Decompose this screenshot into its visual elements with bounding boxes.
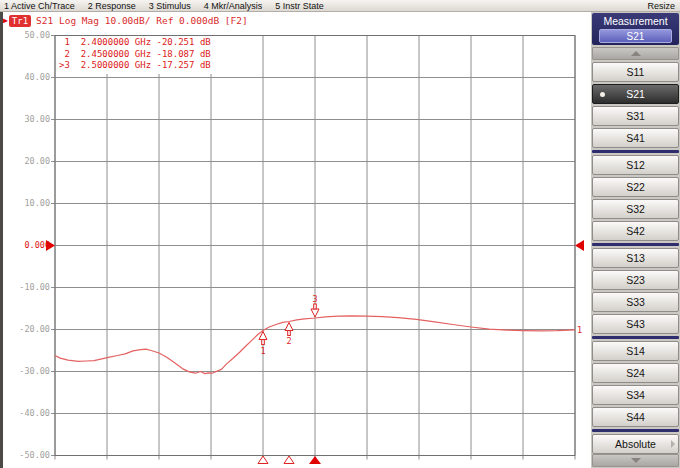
sidebar-item-label: S34 xyxy=(626,389,645,401)
vna-screen: 1 Active Ch/Trace2 Response3 Stimulus4 M… xyxy=(0,0,680,468)
resize-button[interactable]: Resize xyxy=(647,1,680,11)
chevron-up-icon xyxy=(631,51,641,56)
chevron-right-icon xyxy=(671,440,675,448)
sidebar-item-label: S43 xyxy=(626,318,645,330)
marker-readout-row: >3 2.5000000 GHz -17.257 dB xyxy=(59,60,211,72)
sidebar-buttons: S11S21S31S41S12S22S32S42S13S23S33S43S14S… xyxy=(591,62,680,427)
sidebar-item-s12[interactable]: S12 xyxy=(592,155,679,175)
y-axis-label: 50.00 xyxy=(4,30,50,40)
sidebar-item-s23[interactable]: S23 xyxy=(592,270,679,290)
marker-number-label: 2 xyxy=(287,336,292,346)
absolute-label: Absolute xyxy=(615,438,656,450)
scroll-down-button[interactable] xyxy=(592,454,679,467)
sidebar-item-s44[interactable]: S44 xyxy=(592,407,679,427)
marker-stimulus-triangle[interactable] xyxy=(284,456,294,464)
sidebar-separator xyxy=(592,150,679,153)
window-left-edge xyxy=(0,12,3,468)
sidebar-item-s21[interactable]: S21 xyxy=(592,84,679,104)
sidebar-item-label: S33 xyxy=(626,296,645,308)
sidebar-header: Measurement S21 xyxy=(592,13,679,45)
sidebar-item-s11[interactable]: S11 xyxy=(592,62,679,82)
sidebar-item-label: S23 xyxy=(626,274,645,286)
sidebar-item-s42[interactable]: S42 xyxy=(592,221,679,241)
marker-number-label: 1 xyxy=(261,346,266,356)
scroll-up-button[interactable] xyxy=(592,47,679,60)
marker-symbol-stem xyxy=(288,330,291,335)
menu-bar: 1 Active Ch/Trace2 Response3 Stimulus4 M… xyxy=(0,0,680,12)
trace-info-bar: ▶ Tr1 S21 Log Mag 10.00dB/ Ref 0.000dB [… xyxy=(3,13,588,28)
sidebar-item-absolute[interactable]: Absolute xyxy=(592,434,679,454)
sidebar-item-s22[interactable]: S22 xyxy=(592,177,679,197)
sidebar-selected-value: S21 xyxy=(599,29,672,43)
y-axis-label: -40.00 xyxy=(4,408,50,418)
trace-format-text: S21 Log Mag 10.00dB/ Ref 0.000dB [F2] xyxy=(36,15,248,26)
active-marker-number-label: 3 xyxy=(313,294,318,304)
sidebar-item-s14[interactable]: S14 xyxy=(592,341,679,361)
sidebar-item-label: S24 xyxy=(626,367,645,379)
y-axis-label: 10.00 xyxy=(4,198,50,208)
sidebar-item-label: S12 xyxy=(626,159,645,171)
sidebar-item-s43[interactable]: S43 xyxy=(592,314,679,334)
y-axis-label: -20.00 xyxy=(4,324,50,334)
selected-bullet-icon xyxy=(600,92,605,97)
sidebar-separator xyxy=(592,429,679,432)
sidebar-item-s31[interactable]: S31 xyxy=(592,106,679,126)
marker-symbol[interactable] xyxy=(285,322,293,330)
menu-item[interactable]: 1 Active Ch/Trace xyxy=(4,1,75,11)
menu-item[interactable]: 5 Instr State xyxy=(275,1,324,11)
active-marker-stimulus-triangle[interactable] xyxy=(309,456,321,464)
marker-readout-row: 1 2.4000000 GHz -20.251 dB xyxy=(59,37,211,49)
sidebar-separator xyxy=(592,243,679,246)
sidebar-item-label: S11 xyxy=(627,66,645,78)
sidebar-item-label: S42 xyxy=(626,225,645,237)
y-axis-label: -30.00 xyxy=(4,366,50,376)
marker-symbol-stem xyxy=(262,340,265,345)
sidebar-item-label: S14 xyxy=(626,345,645,357)
marker-readout: 1 2.4000000 GHz -20.251 dB 2 2.4500000 G… xyxy=(57,36,215,74)
marker-stimulus-triangle[interactable] xyxy=(258,456,268,464)
y-axis-label: 0.000 xyxy=(4,240,50,250)
y-axis-label: -50.00 xyxy=(4,450,50,460)
y-axis-label: 20.00 xyxy=(4,156,50,166)
active-marker-stem xyxy=(314,304,317,309)
menu-item[interactable]: 4 Mkr/Analysis xyxy=(204,1,263,11)
active-trace-indicator-icon: ▶ xyxy=(3,13,8,28)
sidebar-title: Measurement xyxy=(592,13,679,27)
menu-item[interactable]: 2 Response xyxy=(88,1,136,11)
chevron-down-icon xyxy=(631,458,641,463)
menu-item[interactable]: 3 Stimulus xyxy=(149,1,191,11)
sidebar-item-label: S41 xyxy=(626,132,645,144)
trace-end-label: 1 xyxy=(577,325,582,335)
sidebar-item-s32[interactable]: S32 xyxy=(592,199,679,219)
sidebar-item-s41[interactable]: S41 xyxy=(592,128,679,148)
sidebar-item-s24[interactable]: S24 xyxy=(592,363,679,383)
sidebar-item-s34[interactable]: S34 xyxy=(592,385,679,405)
sidebar-item-label: S44 xyxy=(626,411,645,423)
sidebar-item-label: S32 xyxy=(626,203,645,215)
marker-readout-row: 2 2.4500000 GHz -18.087 dB xyxy=(59,49,211,61)
sidebar-item-label: S21 xyxy=(626,88,645,100)
active-marker-symbol[interactable] xyxy=(311,309,319,317)
sidebar-item-s33[interactable]: S33 xyxy=(592,292,679,312)
y-axis-label: -10.00 xyxy=(4,282,50,292)
sidebar-item-s13[interactable]: S13 xyxy=(592,248,679,268)
menu-items: 1 Active Ch/Trace2 Response3 Stimulus4 M… xyxy=(0,1,324,11)
y-axis-label: 30.00 xyxy=(4,114,50,124)
y-axis-label: 40.00 xyxy=(4,72,50,82)
sidebar-separator xyxy=(592,336,679,339)
sidebar-item-label: S22 xyxy=(626,181,645,193)
softkey-sidebar: Measurement S21 S11S21S31S41S12S22S32S42… xyxy=(591,12,680,468)
sidebar-item-label: S31 xyxy=(626,110,645,122)
sidebar-item-label: S13 xyxy=(626,252,645,264)
trace-number-badge[interactable]: Tr1 xyxy=(9,15,31,27)
ref-level-arrow-right xyxy=(575,240,584,251)
